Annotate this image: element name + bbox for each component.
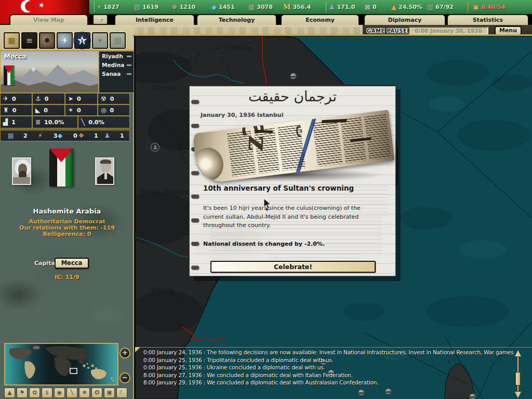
country-name: Hashemite Arabia <box>0 207 134 215</box>
event-dateline: January 30, 1936 Istanbul <box>201 112 283 118</box>
minimap-mode-victory-button[interactable]: ☾ <box>116 388 127 398</box>
event-masthead-calligraphy: ترجمان حقيقت <box>190 88 395 104</box>
tab-view-map[interactable]: View Map <box>9 14 88 25</box>
toolbar-land-units-button[interactable]: ✹ <box>39 32 55 49</box>
tab-technology[interactable]: Technology <box>196 14 277 25</box>
province-metal-icon: ▤ <box>8 132 14 139</box>
toolbar-ledger-button[interactable]: ≡ <box>21 32 37 49</box>
cell-radar-station: ◎0 <box>98 104 130 116</box>
tab-economy[interactable]: Economy <box>281 14 360 25</box>
game-paused-label: GAME PAUSED <box>367 28 411 34</box>
divisions-icon: ▣ <box>473 4 479 10</box>
scroll-down-icon[interactable] <box>515 392 521 398</box>
resource-supplies-value: 3078 <box>257 4 273 10</box>
minimap-zoom-in-button[interactable]: + <box>119 348 130 358</box>
minimap-mode-political-button[interactable]: ⚑ <box>17 388 28 398</box>
energy-icon: ⚡ <box>97 4 101 10</box>
minimap-mode-naval-button[interactable]: ✿ <box>29 388 40 398</box>
city-item-sanaa[interactable]: Sanaa <box>99 71 134 78</box>
resource-manpower: ♟171.0 <box>329 0 355 14</box>
resource-rare-materials-value: 1210 <box>180 4 196 10</box>
tab-statistics[interactable]: Statistics <box>447 14 529 25</box>
toolbar-convoy-routes-button[interactable]: ▥ <box>110 32 126 49</box>
resource-oil: ◆1451 <box>211 0 235 14</box>
event-body-text: It's been 10 hijri years since the culus… <box>203 204 375 230</box>
minimap-zoom-out-button[interactable]: − <box>119 373 130 383</box>
map-viewport[interactable]: GarissaNairobiDar es SalaamMbeya ⚓ 0:00 … <box>135 36 532 399</box>
minimap-mode-diplomatic-button[interactable]: ✪ <box>91 388 102 398</box>
log-message: 0:00 January 24, 1936 : The following de… <box>143 349 515 357</box>
cell-revolt-risk: ╲0.0% <box>78 116 130 128</box>
map-label-mbeya: Mbeya <box>151 286 174 294</box>
minimap-mode-weather-button[interactable]: ❅ <box>79 388 90 398</box>
infrastructure-value: 10.0% <box>44 119 64 126</box>
log-message: 0:00 January 25, 1936 : Ukraine conclude… <box>143 364 515 372</box>
resource-transports: ⊠0 <box>365 0 377 14</box>
resource-money: M356.4 <box>283 0 311 14</box>
resource-energy: ⚡1827 <box>97 0 119 14</box>
country-belligerence: Belligerence: 0 <box>0 231 134 237</box>
minimap[interactable] <box>4 343 118 385</box>
map-resource-icon <box>469 393 476 399</box>
land-fort-value: 0 <box>77 107 81 114</box>
event-celebrate-button[interactable]: Celebrate! <box>210 261 376 273</box>
resources-icon: ◉ <box>55 388 64 397</box>
minister-portrait-left <box>12 157 31 185</box>
resource-divisions: ▣8/40/54 <box>473 0 506 14</box>
toolbar-air-units-button[interactable]: ✈ <box>57 32 73 49</box>
unit-counter[interactable]: ★ 1 <box>74 33 90 48</box>
resource-divisions-value: 8/40/54 <box>481 4 505 10</box>
money-icon: M <box>283 4 290 10</box>
cell-infrastructure: ≣10.0% <box>32 116 78 128</box>
toolbar-map-overview-button[interactable]: ▦ <box>4 32 20 49</box>
province-flag <box>4 65 14 85</box>
resource-convoys: ▥67/92 <box>427 0 454 14</box>
scroll-up-icon[interactable] <box>515 350 521 356</box>
radar-station-icon: ◎ <box>101 107 106 113</box>
cell-nuclear-reactor: ☢0 <box>98 93 130 104</box>
unit-toolbar: ▦≡✹✈⚓✴▥ <box>0 24 134 51</box>
resource-energy-value: 1827 <box>103 4 119 10</box>
bar-separator <box>468 2 468 12</box>
event-effect-text: National dissent is changed by -2.0%. <box>203 241 325 247</box>
message-log: 0:00 January 24, 1936 : The following de… <box>143 349 515 387</box>
star-icon: ★ <box>37 1 46 10</box>
province-name: Mecca <box>4 53 26 60</box>
pan-map-button[interactable]: + <box>92 14 108 25</box>
anti-air-icon: ♜ <box>3 107 9 113</box>
partisans-icon: ╲ <box>67 388 77 397</box>
minimap-mode-supply-button[interactable]: ▣ <box>104 388 115 398</box>
toolbar-combats-button[interactable]: ✴ <box>92 32 108 49</box>
game-screen: ⚡1827▤1619❖1210◆1451▦3078M356.4♟171.0⊠0▲… <box>0 0 532 399</box>
combats-icon: ✴ <box>97 36 103 45</box>
country-ic: IC: 11/9 <box>0 274 134 281</box>
cell-air-base: ✈0 <box>0 93 32 104</box>
tab-intelligence[interactable]: Intelligence <box>114 14 195 25</box>
cell-industrial-capacity: ▟1 <box>0 116 32 128</box>
minimap-mode-resources-button[interactable]: ◉ <box>54 388 65 398</box>
terrain-icon: ▲ <box>5 388 15 397</box>
log-collapse-handle[interactable] <box>135 347 140 352</box>
coastal-fort-value: 0 <box>44 107 48 114</box>
province-manpower-value: 1 <box>120 132 124 139</box>
minister-portrait-right <box>95 157 114 185</box>
naval-base-value: 0 <box>45 96 49 102</box>
oil-icon: ◆ <box>211 4 217 10</box>
province-rare-materials-value: 1 <box>94 132 98 139</box>
log-scrollbar[interactable] <box>514 350 522 398</box>
tab-diplomacy[interactable]: Diplomacy <box>364 14 446 25</box>
city-item-riyadh[interactable]: Riyadh <box>99 53 134 60</box>
newspaper-image: عz ت <box>191 118 395 185</box>
minimap-mode-economic-button[interactable]: $ <box>42 388 52 398</box>
minimap-mode-partisans-button[interactable]: ╲ <box>66 388 77 398</box>
city-item-medina[interactable]: Medina <box>99 62 134 69</box>
resource-manpower-value: 171.0 <box>337 4 355 10</box>
economic-icon: $ <box>42 388 52 397</box>
capital-button[interactable]: Mecca <box>55 258 89 269</box>
transports-icon: ⊠ <box>365 4 370 10</box>
scroll-handle[interactable] <box>515 372 521 385</box>
resource-money-value: 356.4 <box>292 4 311 10</box>
log-divider <box>135 347 532 348</box>
political-icon: ⚑ <box>17 388 27 397</box>
minimap-mode-terrain-button[interactable]: ▲ <box>4 388 15 398</box>
